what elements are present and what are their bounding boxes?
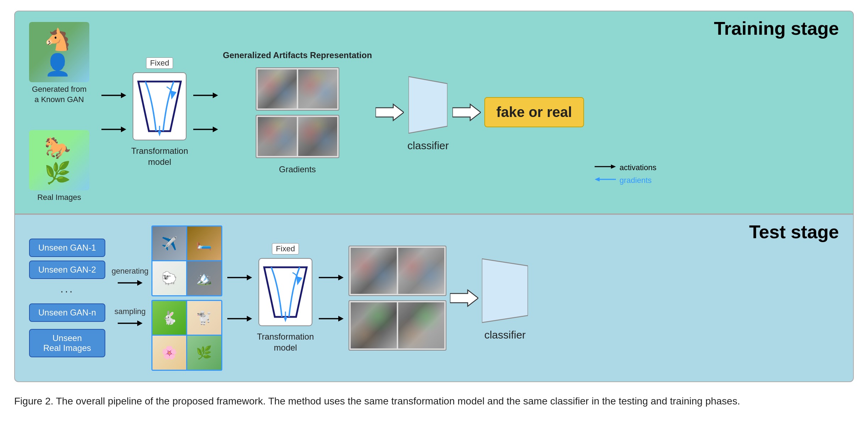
gen-samp-arrows: generating sampling	[112, 267, 149, 330]
arrow-to-test-grad-2	[314, 312, 349, 325]
test-stage-title: Test stage	[749, 221, 839, 242]
diagram-container: Training stage Generated froma Known GAN…	[14, 11, 854, 409]
legend-gradients: gradients	[595, 176, 656, 185]
svg-marker-17	[595, 177, 600, 181]
svg-marker-8	[213, 93, 218, 98]
grad-pair-bottom	[256, 115, 339, 158]
gar-label: Generalized Artifacts Representation	[223, 50, 372, 60]
svg-marker-23	[247, 275, 252, 280]
sampling-label: sampling	[115, 307, 146, 316]
arrow4-wrap	[314, 271, 349, 325]
classifier-svg	[408, 73, 447, 137]
test-img-r3: 🌸	[152, 336, 187, 370]
test-grad-cell-2	[398, 248, 444, 294]
test-transform-model: Fixed Transformationmodel	[257, 243, 314, 353]
generated-image-group: Generated froma Known GAN	[29, 22, 89, 105]
real-image-group: Real Images	[29, 130, 89, 203]
test-classifier-label: classifier	[484, 329, 526, 341]
test-img-c3: 🐑	[152, 261, 187, 295]
legend: activations gradients	[595, 163, 656, 203]
training-transform-label: Transformationmodel	[131, 145, 188, 167]
fake-or-real-label: fake or real	[484, 97, 584, 127]
test-real-grid: 🐇 🐩 🌸 🌿	[151, 300, 222, 371]
test-img-r2: 🐩	[187, 301, 221, 335]
svg-marker-12	[408, 77, 447, 133]
gan-item-n: Unseen GAN-n	[29, 303, 105, 322]
test-funnel-svg	[257, 257, 314, 328]
training-stage: Training stage Generated froma Known GAN…	[14, 11, 854, 214]
svg-marker-19	[137, 280, 143, 286]
test-img-c2: 🛏️	[187, 227, 221, 261]
legend-activation-arrow	[595, 163, 616, 172]
test-fixed-label: Fixed	[272, 243, 299, 255]
legend-activations: activations	[595, 163, 656, 172]
gan-item-1: Unseen GAN-1	[29, 239, 105, 257]
training-classifier: classifier	[407, 73, 449, 152]
generating-arrow-wrap: generating	[112, 267, 149, 289]
test-grad-pair-top	[349, 246, 446, 296]
test-img-r1: 🐇	[152, 301, 187, 335]
arrow-to-transform-bottom	[96, 123, 131, 136]
real-image-label: Real Images	[37, 192, 81, 203]
test-images-wrap: ✈️ 🛏️ 🐑 🏔️ 🐇 🐩 🌸 🌿	[151, 225, 222, 371]
grad-cell-3	[258, 117, 297, 156]
arrow-to-test-grad	[314, 271, 349, 284]
training-input-col: Generated froma Known GAN Real Images	[29, 22, 89, 203]
ellipsis: ···	[60, 285, 74, 298]
wide-arrow-to-output	[449, 103, 484, 122]
test-img-c4: 🏔️	[187, 261, 221, 295]
svg-marker-34	[482, 259, 528, 323]
test-grad-cell-4	[398, 302, 444, 348]
legend-gradient-arrow	[595, 176, 616, 185]
grad-cell-2	[298, 69, 337, 108]
gan-item-real: UnseenReal Images	[29, 329, 105, 357]
arrow-test-to-transform	[222, 271, 257, 284]
gradients-label: Gradients	[279, 164, 316, 174]
test-classifier: classifier	[482, 255, 528, 341]
test-gradient-maps	[349, 246, 446, 351]
horse-rider-img	[29, 22, 89, 82]
wide-arrow-to-classifier	[372, 103, 407, 122]
test-grad-cell-1	[351, 248, 397, 294]
svg-marker-33	[450, 290, 478, 306]
svg-marker-1	[121, 93, 126, 98]
svg-marker-32	[338, 316, 344, 322]
test-stage: Test stage Unseen GAN-1 Unseen GAN-2 ···…	[14, 214, 854, 382]
funnel-svg	[131, 71, 188, 142]
arrow-to-grad-bottom	[188, 123, 223, 136]
svg-marker-15	[611, 164, 616, 169]
svg-marker-13	[452, 104, 481, 121]
training-transform-model: Fixed Transformationmodel	[131, 57, 188, 167]
training-fixed-label: Fixed	[146, 57, 173, 69]
arrow-to-transform-top	[96, 89, 131, 102]
wide-arrow-test-to-classifier	[446, 289, 482, 308]
grad-cell-1	[258, 69, 297, 108]
svg-marker-21	[137, 320, 143, 326]
grad-cell-4	[298, 117, 337, 156]
grad-pair-top	[256, 67, 339, 111]
generating-label: generating	[112, 267, 149, 276]
svg-marker-11	[375, 104, 404, 121]
generated-image-label: Generated froma Known GAN	[32, 84, 87, 105]
figure-caption: Figure 2. The overall pipeline of the pr…	[14, 393, 794, 409]
arrow1-wrap	[96, 89, 131, 136]
svg-marker-30	[338, 275, 344, 280]
svg-marker-25	[247, 316, 252, 322]
legend-gradients-text: gradients	[619, 176, 652, 185]
arrow3-wrap	[222, 271, 257, 325]
svg-marker-3	[121, 127, 126, 132]
test-classifier-svg	[482, 255, 528, 326]
horse-field-img	[29, 130, 89, 190]
real-image	[29, 130, 89, 190]
test-transform-label: Transformationmodel	[257, 331, 314, 353]
test-img-c1: ✈️	[152, 227, 187, 261]
sampling-arrow-wrap: sampling	[115, 307, 146, 330]
arrow-to-grad-top	[188, 89, 223, 102]
svg-marker-10	[213, 127, 218, 132]
gan-list: Unseen GAN-1 Unseen GAN-2 ··· Unseen GAN…	[29, 239, 105, 357]
test-gen-grid: ✈️ 🛏️ 🐑 🏔️	[151, 225, 222, 296]
gan-item-2: Unseen GAN-2	[29, 261, 105, 279]
arrow2-wrap	[188, 89, 223, 136]
legend-activations-text: activations	[619, 163, 656, 172]
training-classifier-label: classifier	[407, 140, 449, 152]
